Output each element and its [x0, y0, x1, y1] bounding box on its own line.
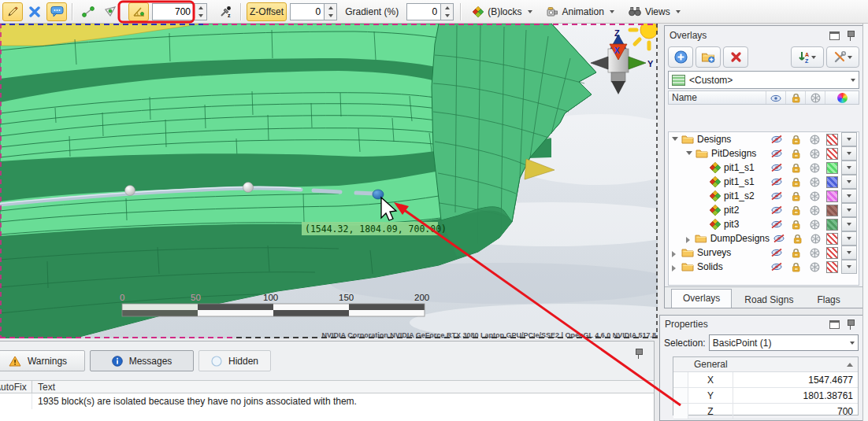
color-column-header[interactable]: [825, 91, 859, 104]
property-value[interactable]: 1801.38761: [733, 388, 858, 403]
autofix-column-header[interactable]: AutoFix: [0, 382, 32, 393]
tree-row[interactable]: pit1_s2: [669, 189, 859, 203]
swatch-dropdown-button[interactable]: [841, 260, 857, 274]
fixed-elevation-button[interactable]: [128, 2, 149, 21]
color-swatch[interactable]: [826, 233, 838, 245]
color-swatch[interactable]: [826, 247, 838, 259]
tree-item-label[interactable]: pit1_s2: [724, 190, 755, 201]
edit-point-button[interactable]: [2, 2, 23, 21]
color-swatch[interactable]: [826, 134, 838, 146]
tools-button[interactable]: [826, 46, 859, 68]
tree-item-label[interactable]: pit2: [724, 205, 739, 216]
add-overlay-button[interactable]: [668, 46, 693, 68]
pick-z-button[interactable]: z: [215, 2, 236, 21]
3d-viewport[interactable]: (1544.32, 1804.09, 700.00) 0 50 100 150 …: [0, 24, 658, 338]
expander-icon[interactable]: [672, 251, 676, 257]
swatch-dropdown-button[interactable]: [841, 175, 857, 189]
tree-row[interactable]: pit3: [669, 217, 859, 231]
color-swatch[interactable]: [826, 219, 838, 231]
tree-item-label[interactable]: pit3: [724, 219, 739, 230]
name-column-header[interactable]: Name: [669, 92, 766, 103]
segment-tool-button[interactable]: [78, 2, 98, 21]
visibility-toggle[interactable]: [767, 248, 786, 257]
visibility-toggle[interactable]: [767, 205, 786, 215]
visibility-toggle[interactable]: [767, 262, 786, 271]
visibility-column-header[interactable]: [766, 91, 785, 104]
wheel-toggle[interactable]: [805, 135, 824, 145]
wheel-toggle[interactable]: [805, 191, 824, 201]
wheel-toggle[interactable]: [807, 234, 825, 244]
pin-icon[interactable]: [634, 348, 644, 359]
lock-toggle[interactable]: [786, 149, 805, 159]
lock-column-header[interactable]: [785, 91, 805, 104]
swatch-dropdown-button[interactable]: [841, 189, 857, 203]
visibility-toggle[interactable]: [770, 234, 788, 243]
swatch-dropdown-button[interactable]: [841, 132, 857, 146]
property-value[interactable]: 700: [733, 404, 858, 419]
preset-combobox[interactable]: <Custom>: [668, 71, 859, 89]
z-offset-button[interactable]: Z-Offset: [247, 2, 287, 21]
tree-row[interactable]: PitDesigns: [669, 146, 859, 161]
tree-row[interactable]: DumpDesigns: [669, 231, 859, 246]
elevation-spin-arrows[interactable]: [194, 3, 207, 20]
messages-button[interactable]: Messages: [90, 350, 194, 371]
visibility-toggle[interactable]: [767, 191, 786, 201]
tree-item-label[interactable]: Solids: [697, 261, 723, 272]
tree-item-label[interactable]: Designs: [697, 134, 731, 145]
tree-row[interactable]: Surveys: [669, 246, 859, 260]
tree-row[interactable]: pit2: [669, 203, 859, 217]
visibility-toggle[interactable]: [767, 149, 786, 158]
visibility-toggle[interactable]: [767, 135, 786, 144]
blocks-menu-button[interactable]: (B)locks: [466, 2, 538, 21]
lock-toggle[interactable]: [786, 163, 805, 173]
tree-item-label[interactable]: DumpDesigns: [710, 233, 770, 244]
text-column-header[interactable]: Text: [32, 381, 654, 393]
expander-icon[interactable]: [672, 265, 676, 271]
gradient-spin-arrows[interactable]: [440, 3, 454, 20]
lock-toggle[interactable]: [786, 262, 805, 272]
color-swatch[interactable]: [826, 261, 838, 273]
add-folder-button[interactable]: [696, 46, 721, 68]
polygon-tool-button[interactable]: [100, 2, 121, 21]
lock-toggle[interactable]: [786, 177, 805, 187]
tree-row[interactable]: pit1_s1: [669, 175, 859, 189]
lock-toggle[interactable]: [788, 234, 806, 244]
tree-row[interactable]: Solids: [669, 260, 859, 274]
wheel-toggle[interactable]: [805, 220, 824, 230]
views-menu-button[interactable]: Views: [622, 2, 687, 21]
remove-overlay-button[interactable]: [723, 46, 748, 68]
color-swatch[interactable]: [826, 148, 838, 160]
expander-icon[interactable]: [686, 151, 692, 155]
tree-row[interactable]: pit1_s1: [669, 161, 859, 175]
tab-flags[interactable]: Flags: [806, 292, 851, 308]
swatch-dropdown-button[interactable]: [841, 246, 857, 260]
lock-toggle[interactable]: [786, 135, 805, 145]
tree-item-label[interactable]: PitDesigns: [711, 148, 756, 159]
sort-button[interactable]: A Z: [791, 46, 824, 68]
wheel-toggle[interactable]: [805, 163, 824, 173]
lock-toggle[interactable]: [786, 205, 805, 216]
elevation-input[interactable]: [152, 3, 194, 20]
z-offset-input[interactable]: [290, 3, 324, 20]
z-offset-spin-arrows[interactable]: [324, 3, 337, 20]
visibility-toggle[interactable]: [767, 163, 786, 172]
lock-toggle[interactable]: [786, 191, 805, 201]
wheel-toggle[interactable]: [805, 262, 824, 272]
message-row[interactable]: 1935 block(s) are isolated because they …: [0, 393, 654, 410]
tab-road-signs[interactable]: Road Signs: [733, 292, 804, 308]
lock-toggle[interactable]: [786, 220, 805, 230]
visibility-toggle[interactable]: [767, 177, 786, 186]
wheel-toggle[interactable]: [805, 248, 824, 258]
color-swatch[interactable]: [826, 190, 838, 202]
road-point[interactable]: [125, 186, 135, 196]
swatch-dropdown-button[interactable]: [841, 161, 857, 175]
tree-item-label[interactable]: pit1_s1: [724, 162, 755, 173]
comment-button[interactable]: [46, 2, 67, 21]
pin-icon[interactable]: [846, 319, 855, 330]
swatch-dropdown-button[interactable]: [841, 146, 857, 161]
maximize-icon[interactable]: [829, 31, 840, 40]
color-swatch[interactable]: [826, 176, 838, 188]
color-swatch[interactable]: [826, 205, 838, 216]
hidden-button[interactable]: Hidden: [198, 350, 271, 371]
lock-toggle[interactable]: [786, 248, 805, 258]
